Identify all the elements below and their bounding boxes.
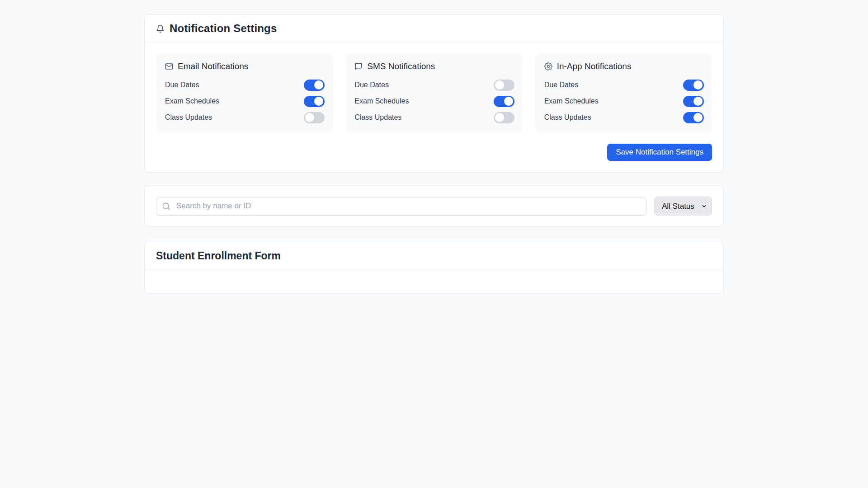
toggle-row: Exam Schedules bbox=[544, 93, 704, 109]
toggle-knob bbox=[305, 113, 314, 122]
channel-title: Email Notifications bbox=[178, 61, 248, 71]
inapp-exam-schedules-toggle[interactable] bbox=[683, 96, 704, 107]
toggle-row: Due Dates bbox=[165, 77, 325, 93]
inapp-notifications-panel: In-App Notifications Due Dates Exam Sche… bbox=[535, 54, 712, 132]
toggle-knob bbox=[314, 80, 323, 89]
channel-title: SMS Notifications bbox=[367, 61, 435, 71]
toggle-row: Class Updates bbox=[354, 109, 514, 126]
toggle-knob bbox=[314, 97, 323, 106]
toggle-label: Due Dates bbox=[354, 81, 389, 89]
toggle-label: Due Dates bbox=[165, 81, 199, 89]
toggle-knob bbox=[495, 113, 504, 122]
sms-exam-schedules-toggle[interactable] bbox=[494, 96, 514, 107]
toggle-label: Class Updates bbox=[165, 113, 212, 122]
search-icon bbox=[162, 202, 170, 211]
inapp-panel-header: In-App Notifications bbox=[544, 61, 704, 71]
sms-due-dates-toggle[interactable] bbox=[494, 80, 514, 91]
search-box bbox=[156, 197, 646, 216]
email-due-dates-toggle[interactable] bbox=[304, 80, 325, 91]
toggle-label: Exam Schedules bbox=[544, 97, 599, 105]
status-filter-wrap: All Status bbox=[654, 197, 712, 216]
enrollment-form-header: Student Enrollment Form bbox=[145, 242, 723, 270]
email-notifications-panel: Email Notifications Due Dates Exam Sched… bbox=[156, 54, 333, 132]
notification-settings-body: Email Notifications Due Dates Exam Sched… bbox=[145, 42, 723, 172]
email-panel-header: Email Notifications bbox=[165, 61, 325, 71]
toggle-label: Due Dates bbox=[544, 81, 579, 89]
sms-class-updates-toggle[interactable] bbox=[494, 112, 514, 123]
toggle-row: Due Dates bbox=[544, 77, 704, 93]
sms-notifications-panel: SMS Notifications Due Dates Exam Schedul… bbox=[345, 54, 522, 132]
save-row: Save Notification Settings bbox=[156, 144, 712, 161]
toggle-knob bbox=[693, 80, 703, 89]
email-class-updates-toggle[interactable] bbox=[304, 112, 325, 123]
channel-panels: Email Notifications Due Dates Exam Sched… bbox=[156, 54, 712, 132]
chat-bubble-icon bbox=[354, 62, 363, 70]
save-notification-settings-button[interactable]: Save Notification Settings bbox=[607, 144, 712, 161]
toggle-label: Exam Schedules bbox=[354, 97, 409, 105]
enrollment-form-title: Student Enrollment Form bbox=[156, 250, 281, 262]
toggle-knob bbox=[693, 113, 703, 122]
inapp-due-dates-toggle[interactable] bbox=[683, 80, 704, 91]
email-exam-schedules-toggle[interactable] bbox=[304, 96, 325, 107]
enrollment-form-body bbox=[145, 270, 723, 293]
sms-panel-header: SMS Notifications bbox=[354, 61, 514, 71]
notification-settings-header: Notification Settings bbox=[145, 15, 723, 42]
toggle-row: Class Updates bbox=[544, 109, 704, 126]
page-title: Notification Settings bbox=[170, 22, 277, 35]
toggle-row: Exam Schedules bbox=[354, 93, 514, 109]
envelope-icon bbox=[165, 62, 173, 70]
bell-icon bbox=[156, 24, 165, 33]
toggle-knob bbox=[504, 97, 513, 106]
toggle-row: Due Dates bbox=[354, 77, 514, 93]
toggle-label: Exam Schedules bbox=[165, 97, 219, 105]
toggle-row: Class Updates bbox=[165, 109, 325, 126]
toggle-row: Exam Schedules bbox=[165, 93, 325, 109]
page-container: Notification Settings Email Notification… bbox=[144, 0, 724, 294]
student-filter-card: All Status bbox=[144, 185, 724, 227]
toggle-knob bbox=[495, 80, 504, 89]
channel-title: In-App Notifications bbox=[557, 61, 632, 71]
toggle-label: Class Updates bbox=[544, 113, 591, 122]
student-enrollment-form-card: Student Enrollment Form bbox=[144, 242, 724, 294]
toggle-knob bbox=[693, 97, 703, 106]
inapp-class-updates-toggle[interactable] bbox=[683, 112, 704, 123]
gear-icon bbox=[544, 62, 552, 70]
search-input[interactable] bbox=[156, 197, 646, 216]
toggle-label: Class Updates bbox=[354, 113, 401, 122]
status-filter-select[interactable]: All Status bbox=[654, 197, 712, 216]
notification-settings-card: Notification Settings Email Notification… bbox=[144, 14, 724, 173]
